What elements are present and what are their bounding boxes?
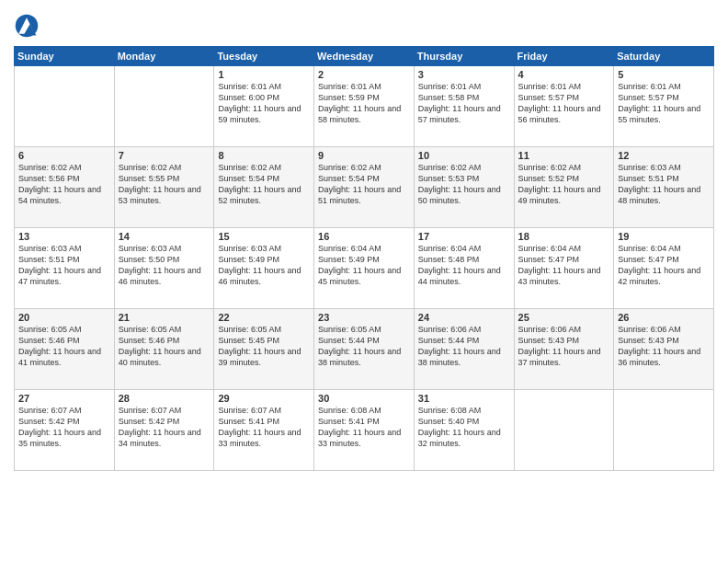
week-row-5: 27Sunrise: 6:07 AM Sunset: 5:42 PM Dayli… (15, 390, 714, 471)
week-row-2: 6Sunrise: 6:02 AM Sunset: 5:56 PM Daylig… (15, 147, 714, 228)
day-info: Sunrise: 6:08 AM Sunset: 5:40 PM Dayligh… (418, 405, 510, 450)
day-info: Sunrise: 6:02 AM Sunset: 5:55 PM Dayligh… (119, 162, 210, 207)
day-number: 10 (418, 150, 510, 161)
day-info: Sunrise: 6:03 AM Sunset: 5:49 PM Dayligh… (218, 243, 310, 288)
day-cell: 22Sunrise: 6:05 AM Sunset: 5:45 PM Dayli… (214, 309, 314, 390)
day-info: Sunrise: 6:07 AM Sunset: 5:42 PM Dayligh… (18, 405, 110, 450)
day-info: Sunrise: 6:02 AM Sunset: 5:52 PM Dayligh… (518, 162, 610, 207)
day-info: Sunrise: 6:06 AM Sunset: 5:44 PM Dayligh… (418, 324, 510, 369)
day-number: 2 (318, 69, 410, 80)
weekday-row: SundayMondayTuesdayWednesdayThursdayFrid… (15, 47, 714, 66)
day-number: 23 (318, 312, 410, 323)
day-cell: 19Sunrise: 6:04 AM Sunset: 5:47 PM Dayli… (614, 228, 714, 309)
day-cell: 1Sunrise: 6:01 AM Sunset: 6:00 PM Daylig… (214, 66, 314, 147)
day-cell: 12Sunrise: 6:03 AM Sunset: 5:51 PM Dayli… (614, 147, 714, 228)
day-info: Sunrise: 6:05 AM Sunset: 5:44 PM Dayligh… (318, 324, 410, 369)
calendar-table: SundayMondayTuesdayWednesdayThursdayFrid… (14, 46, 714, 471)
weekday-header-monday: Monday (114, 47, 214, 66)
day-number: 8 (218, 150, 310, 161)
calendar-header: SundayMondayTuesdayWednesdayThursdayFrid… (15, 47, 714, 66)
day-cell: 23Sunrise: 6:05 AM Sunset: 5:44 PM Dayli… (314, 309, 415, 390)
day-info: Sunrise: 6:02 AM Sunset: 5:54 PM Dayligh… (318, 162, 410, 207)
day-cell (514, 390, 614, 471)
day-number: 6 (18, 150, 110, 161)
day-number: 1 (218, 69, 310, 80)
week-row-4: 20Sunrise: 6:05 AM Sunset: 5:46 PM Dayli… (15, 309, 714, 390)
day-number: 14 (119, 231, 210, 242)
day-info: Sunrise: 6:03 AM Sunset: 5:50 PM Dayligh… (119, 243, 210, 288)
day-cell: 20Sunrise: 6:05 AM Sunset: 5:46 PM Dayli… (15, 309, 115, 390)
day-number: 26 (618, 312, 710, 323)
day-cell (614, 390, 714, 471)
day-cell: 3Sunrise: 6:01 AM Sunset: 5:58 PM Daylig… (414, 66, 514, 147)
day-cell: 24Sunrise: 6:06 AM Sunset: 5:44 PM Dayli… (414, 309, 514, 390)
weekday-header-wednesday: Wednesday (314, 47, 415, 66)
week-row-3: 13Sunrise: 6:03 AM Sunset: 5:51 PM Dayli… (15, 228, 714, 309)
day-info: Sunrise: 6:06 AM Sunset: 5:43 PM Dayligh… (618, 324, 710, 369)
day-number: 29 (218, 393, 310, 404)
day-number: 17 (418, 231, 510, 242)
day-number: 25 (518, 312, 610, 323)
day-cell: 8Sunrise: 6:02 AM Sunset: 5:54 PM Daylig… (214, 147, 314, 228)
day-cell: 4Sunrise: 6:01 AM Sunset: 5:57 PM Daylig… (514, 66, 614, 147)
day-cell: 31Sunrise: 6:08 AM Sunset: 5:40 PM Dayli… (414, 390, 514, 471)
weekday-header-tuesday: Tuesday (214, 47, 314, 66)
day-info: Sunrise: 6:05 AM Sunset: 5:46 PM Dayligh… (18, 324, 110, 369)
day-cell (114, 66, 214, 147)
day-info: Sunrise: 6:01 AM Sunset: 5:57 PM Dayligh… (518, 81, 610, 126)
day-number: 28 (119, 393, 210, 404)
day-info: Sunrise: 6:05 AM Sunset: 5:46 PM Dayligh… (119, 324, 210, 369)
day-info: Sunrise: 6:02 AM Sunset: 5:53 PM Dayligh… (418, 162, 510, 207)
logo-icon (14, 13, 40, 39)
weekday-header-friday: Friday (514, 47, 614, 66)
day-cell: 13Sunrise: 6:03 AM Sunset: 5:51 PM Dayli… (15, 228, 115, 309)
day-number: 20 (18, 312, 110, 323)
day-info: Sunrise: 6:04 AM Sunset: 5:47 PM Dayligh… (518, 243, 610, 288)
day-cell: 15Sunrise: 6:03 AM Sunset: 5:49 PM Dayli… (214, 228, 314, 309)
day-info: Sunrise: 6:02 AM Sunset: 5:54 PM Dayligh… (218, 162, 310, 207)
day-number: 5 (618, 69, 710, 80)
day-cell: 25Sunrise: 6:06 AM Sunset: 5:43 PM Dayli… (514, 309, 614, 390)
day-number: 3 (418, 69, 510, 80)
day-cell (15, 66, 115, 147)
calendar-page: SundayMondayTuesdayWednesdayThursdayFrid… (0, 0, 728, 563)
day-number: 13 (18, 231, 110, 242)
day-info: Sunrise: 6:04 AM Sunset: 5:48 PM Dayligh… (418, 243, 510, 288)
header (14, 9, 714, 39)
day-number: 7 (119, 150, 210, 161)
day-info: Sunrise: 6:03 AM Sunset: 5:51 PM Dayligh… (618, 162, 710, 207)
day-info: Sunrise: 6:04 AM Sunset: 5:49 PM Dayligh… (318, 243, 410, 288)
day-number: 16 (318, 231, 410, 242)
day-cell: 28Sunrise: 6:07 AM Sunset: 5:42 PM Dayli… (114, 390, 214, 471)
day-info: Sunrise: 6:07 AM Sunset: 5:41 PM Dayligh… (218, 405, 310, 450)
day-number: 18 (518, 231, 610, 242)
day-info: Sunrise: 6:08 AM Sunset: 5:41 PM Dayligh… (318, 405, 410, 450)
day-info: Sunrise: 6:02 AM Sunset: 5:56 PM Dayligh… (18, 162, 110, 207)
day-cell: 10Sunrise: 6:02 AM Sunset: 5:53 PM Dayli… (414, 147, 514, 228)
day-cell: 26Sunrise: 6:06 AM Sunset: 5:43 PM Dayli… (614, 309, 714, 390)
day-info: Sunrise: 6:01 AM Sunset: 6:00 PM Dayligh… (218, 81, 310, 126)
day-number: 19 (618, 231, 710, 242)
day-info: Sunrise: 6:01 AM Sunset: 5:59 PM Dayligh… (318, 81, 410, 126)
day-cell: 9Sunrise: 6:02 AM Sunset: 5:54 PM Daylig… (314, 147, 415, 228)
day-info: Sunrise: 6:01 AM Sunset: 5:58 PM Dayligh… (418, 81, 510, 126)
day-cell: 7Sunrise: 6:02 AM Sunset: 5:55 PM Daylig… (114, 147, 214, 228)
calendar-body: 1Sunrise: 6:01 AM Sunset: 6:00 PM Daylig… (15, 66, 714, 471)
weekday-header-saturday: Saturday (614, 47, 714, 66)
day-cell: 30Sunrise: 6:08 AM Sunset: 5:41 PM Dayli… (314, 390, 415, 471)
day-info: Sunrise: 6:01 AM Sunset: 5:57 PM Dayligh… (618, 81, 710, 126)
day-info: Sunrise: 6:03 AM Sunset: 5:51 PM Dayligh… (18, 243, 110, 288)
day-info: Sunrise: 6:07 AM Sunset: 5:42 PM Dayligh… (119, 405, 210, 450)
day-number: 4 (518, 69, 610, 80)
logo (14, 13, 43, 39)
day-number: 11 (518, 150, 610, 161)
day-number: 15 (218, 231, 310, 242)
day-cell: 16Sunrise: 6:04 AM Sunset: 5:49 PM Dayli… (314, 228, 415, 309)
day-cell: 14Sunrise: 6:03 AM Sunset: 5:50 PM Dayli… (114, 228, 214, 309)
weekday-header-thursday: Thursday (414, 47, 514, 66)
day-number: 22 (218, 312, 310, 323)
weekday-header-sunday: Sunday (15, 47, 115, 66)
day-number: 12 (618, 150, 710, 161)
day-cell: 2Sunrise: 6:01 AM Sunset: 5:59 PM Daylig… (314, 66, 415, 147)
day-cell: 18Sunrise: 6:04 AM Sunset: 5:47 PM Dayli… (514, 228, 614, 309)
